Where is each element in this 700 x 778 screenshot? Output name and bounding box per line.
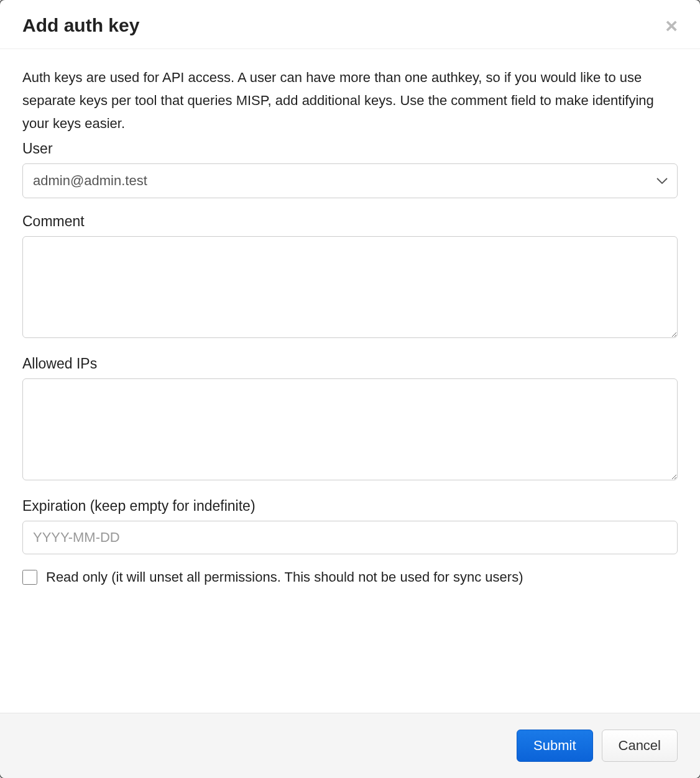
user-label: User [22, 140, 678, 157]
comment-field-group: Comment [22, 213, 678, 341]
close-icon: × [665, 14, 678, 37]
allowed-ips-textarea[interactable] [22, 378, 678, 480]
read-only-row: Read only (it will unset all permissions… [22, 569, 678, 585]
modal-body: Auth keys are used for API access. A use… [0, 49, 700, 713]
modal-footer: Submit Cancel [0, 713, 700, 778]
cancel-button[interactable]: Cancel [602, 730, 678, 762]
allowed-ips-field-group: Allowed IPs [22, 355, 678, 483]
expiration-field-group: Expiration (keep empty for indefinite) [22, 498, 678, 554]
modal-title: Add auth key [22, 15, 139, 36]
close-button[interactable]: × [665, 15, 678, 36]
allowed-ips-label: Allowed IPs [22, 355, 678, 372]
comment-textarea[interactable] [22, 236, 678, 338]
comment-label: Comment [22, 213, 678, 230]
user-field-group: User admin@admin.test [22, 140, 678, 198]
modal-description: Auth keys are used for API access. A use… [22, 66, 678, 135]
expiration-input[interactable] [22, 521, 678, 554]
user-select-wrapper: admin@admin.test [22, 163, 678, 198]
expiration-label: Expiration (keep empty for indefinite) [22, 498, 678, 515]
read-only-checkbox[interactable] [22, 570, 37, 585]
add-auth-key-modal: Add auth key × Auth keys are used for AP… [0, 0, 700, 778]
submit-button[interactable]: Submit [517, 730, 592, 762]
modal-header: Add auth key × [0, 0, 700, 49]
user-select[interactable]: admin@admin.test [22, 163, 678, 198]
read-only-label: Read only (it will unset all permissions… [46, 569, 523, 585]
